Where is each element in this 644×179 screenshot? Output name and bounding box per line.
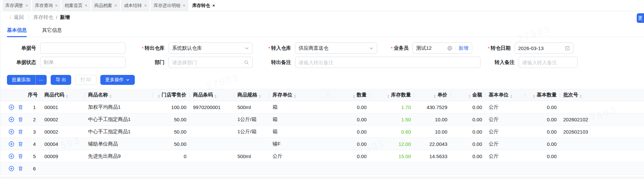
back-button[interactable]: 〈 返回: [7, 14, 24, 21]
tab-close-icon[interactable]: ×: [85, 3, 87, 8]
search-icon[interactable]: [244, 60, 249, 65]
window-tab[interactable]: 成本结转×: [121, 0, 150, 11]
delete-row-icon[interactable]: [18, 129, 23, 135]
window-tab[interactable]: 库存调整×: [2, 0, 31, 11]
cell-price: [414, 162, 451, 175]
column-header-amount[interactable]: 金额: [451, 89, 485, 101]
department-input-inner[interactable]: [172, 60, 244, 65]
cell-amount: 0.00: [451, 150, 485, 162]
row-actions: [1, 129, 25, 135]
add-salesman-link[interactable]: 新增: [459, 45, 469, 51]
column-header-base_unit[interactable]: 基本单位: [485, 89, 525, 101]
cell-price: 10.00: [414, 113, 451, 126]
column-label: 商品条码: [193, 92, 213, 97]
export-button[interactable]: 导 出: [51, 75, 71, 85]
cell-barcode: [190, 138, 234, 150]
column-header-retail[interactable]: 门店零售价: [153, 89, 190, 101]
add-row-icon[interactable]: [9, 129, 14, 135]
transfer-date-picker[interactable]: 2026-03-13: [515, 42, 573, 54]
corner-more-button[interactable]: 更: [637, 13, 644, 23]
cell-seq: 6: [25, 162, 41, 175]
add-row-icon[interactable]: [9, 104, 14, 110]
column-header-barcode[interactable]: 商品条码: [190, 89, 234, 101]
in-remark-input[interactable]: [519, 57, 577, 68]
tab-close-icon[interactable]: ×: [213, 3, 215, 8]
cell-base_unit: 公斤: [485, 138, 525, 150]
department-input[interactable]: [169, 57, 253, 68]
calendar-icon[interactable]: [565, 46, 570, 51]
column-header-code[interactable]: 商品代码: [41, 89, 85, 101]
horizontal-scrollbar[interactable]: [0, 177, 644, 179]
cell-stock_qty: [370, 162, 414, 175]
column-label: 商品名称: [88, 92, 108, 97]
window-tab-label: 商品档案: [94, 3, 112, 9]
column-header-base_qty[interactable]: 基本数量: [525, 89, 560, 101]
sort-carets-icon: [294, 95, 296, 98]
print-button[interactable]: 打 印: [75, 75, 96, 85]
more-operations-button[interactable]: 更多操作: [100, 75, 135, 85]
window-tab[interactable]: 库存进出明细×: [151, 0, 188, 11]
window-tab[interactable]: 档案首页×: [62, 0, 90, 11]
grid-toolbar: 批量添加 ⋯ 导 出 打 印 更多操作: [0, 71, 644, 85]
out-remark-input[interactable]: [295, 57, 480, 68]
row-actions-cell: [0, 101, 25, 113]
tab-close-icon[interactable]: ×: [25, 3, 28, 8]
cell-base_unit: 公斤: [485, 101, 525, 113]
doc-no-input-inner[interactable]: [44, 45, 122, 51]
column-header-spec[interactable]: 商品规格: [234, 89, 269, 101]
out-warehouse-select[interactable]: 系统默认仓库: [169, 42, 253, 54]
column-header-stock_qty[interactable]: 库存数量: [370, 89, 414, 101]
column-header-price[interactable]: 单价: [414, 89, 451, 101]
cell-base_unit: 公斤: [485, 126, 525, 138]
row-actions-cell: [0, 162, 25, 175]
delete-row-icon[interactable]: [18, 153, 23, 159]
out-remark-input-inner[interactable]: [299, 60, 477, 65]
add-row-icon[interactable]: [9, 153, 14, 159]
clear-icon[interactable]: ×: [447, 46, 452, 51]
breadcrumb-separator: /: [56, 15, 57, 20]
cell-spec: 1公斤/箱: [234, 126, 269, 138]
cell-unit: 辅F: [269, 138, 328, 150]
column-header-batch[interactable]: 批次号: [560, 89, 644, 101]
delete-row-icon[interactable]: [18, 104, 23, 110]
batch-add-button[interactable]: 批量添加: [7, 75, 35, 85]
batch-add-more-button[interactable]: ⋯: [35, 75, 47, 85]
column-header-unit[interactable]: 库存单位: [269, 89, 328, 101]
sort-carets-icon: [533, 95, 535, 98]
row-actions-cell: [0, 113, 25, 126]
tab-close-icon[interactable]: ×: [144, 3, 147, 8]
window-tab[interactable]: 库存转仓×: [189, 0, 218, 11]
delete-row-icon[interactable]: [18, 141, 23, 147]
add-row-icon[interactable]: [9, 166, 14, 171]
column-header-name[interactable]: 商品名称: [85, 89, 153, 101]
tab-close-icon[interactable]: ×: [183, 3, 185, 8]
add-row-icon[interactable]: [9, 117, 14, 122]
cell-batch: 202602102: [560, 113, 644, 126]
window-tab[interactable]: 商品档案×: [91, 0, 120, 11]
field-label-in-remark: 转入备注: [480, 59, 519, 66]
cell-code: 00001: [41, 101, 85, 113]
form-row-1: 单据号 *转出仓库 系统默认仓库 *转入仓库 供应商直送仓: [7, 42, 644, 54]
in-remark-input-inner[interactable]: [522, 60, 574, 65]
tab-close-icon[interactable]: ×: [115, 3, 117, 8]
sort-carets-icon: [434, 95, 436, 98]
doc-no-input[interactable]: [40, 42, 125, 54]
window-tab[interactable]: 库存查询×: [32, 0, 61, 11]
out-warehouse-value: 系统默认仓库: [172, 45, 245, 51]
in-warehouse-select[interactable]: 供应商直送仓: [295, 42, 377, 54]
cell-stock_qty: 1.70: [370, 101, 414, 113]
salesman-input[interactable]: 测试12 × 新增: [413, 42, 472, 54]
cell-amount: [451, 162, 485, 175]
tab-other-info[interactable]: 其它信息: [42, 24, 62, 37]
tab-basic-info[interactable]: 基本信息: [7, 24, 27, 37]
tab-close-icon[interactable]: ×: [55, 3, 58, 8]
column-label: 库存单位: [272, 92, 292, 97]
cell-batch: [560, 138, 644, 150]
breadcrumb-section: 库存转仓: [33, 14, 53, 21]
delete-row-icon[interactable]: [18, 117, 23, 122]
add-row-icon[interactable]: [9, 141, 14, 147]
cell-retail: 50.00: [153, 138, 190, 150]
delete-row-icon[interactable]: [18, 166, 23, 171]
column-header-qty[interactable]: 数量: [328, 89, 370, 101]
cell-base_unit: [485, 162, 525, 175]
